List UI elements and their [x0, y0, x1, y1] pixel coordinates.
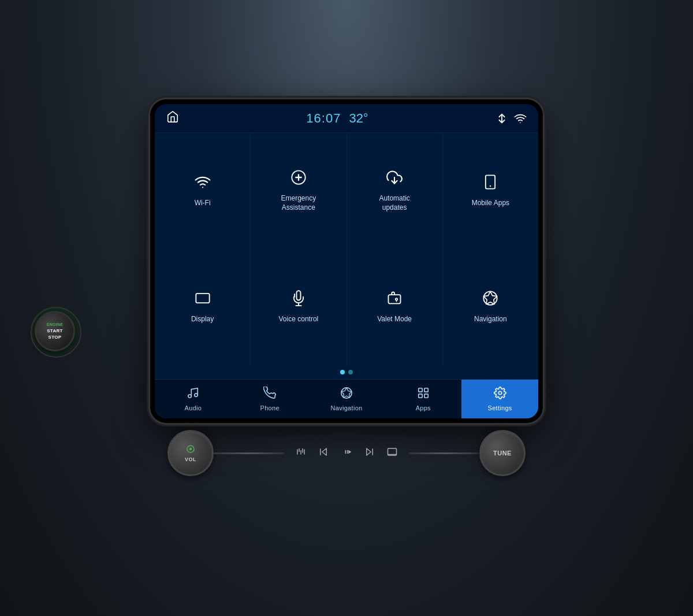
wifi-icon — [195, 174, 211, 193]
nav-navigation-label: Navigation — [331, 405, 363, 411]
nav-phone[interactable]: Phone — [232, 380, 308, 418]
valet-icon — [386, 290, 403, 309]
updates-cell[interactable]: Automaticupdates — [347, 133, 442, 249]
header-center: 16:07 32° — [306, 111, 368, 126]
svg-rect-7 — [196, 294, 209, 303]
mobile-apps-icon — [482, 174, 498, 193]
wifi-label: Wi-Fi — [195, 199, 211, 208]
navigation-label: Navigation — [474, 315, 507, 324]
nav-settings[interactable]: Settings — [461, 380, 538, 418]
audio-label: Audio — [185, 405, 202, 411]
screen-toggle-button[interactable] — [387, 447, 397, 460]
svg-marker-36 — [367, 448, 371, 455]
phone-label: Phone — [260, 405, 280, 411]
valet-cell[interactable]: Valet Mode — [347, 249, 442, 365]
wifi-status-icon — [514, 112, 527, 125]
phone-icon — [263, 387, 276, 401]
svg-marker-31 — [322, 448, 327, 455]
grid-row-2: Display Voice — [155, 249, 538, 365]
home-button[interactable] — [166, 110, 179, 127]
display-cell[interactable]: Display — [155, 249, 250, 365]
screen-header: 16:07 32° — [155, 104, 538, 133]
svg-rect-20 — [424, 388, 428, 392]
play-pause-button[interactable] — [341, 446, 352, 461]
settings-icon — [494, 387, 506, 401]
forward-button[interactable] — [364, 447, 375, 460]
nav-audio[interactable]: Audio — [155, 380, 232, 418]
pagination-dot-2 — [348, 370, 353, 374]
rewind-button[interactable] — [318, 447, 329, 460]
valet-label: Valet Mode — [377, 315, 412, 324]
svg-rect-22 — [424, 394, 428, 398]
updates-label: Automaticupdates — [379, 194, 409, 212]
media-controls — [284, 446, 409, 461]
grid-row-1: Wi-Fi EmergencyAssistance — [155, 133, 538, 249]
engine-start-stop-button[interactable]: ENGINE START STOP — [35, 311, 75, 351]
apps-label: Apps — [416, 405, 431, 411]
volume-knob[interactable]: VOL — [167, 430, 214, 476]
infotainment-screen: 16:07 32° — [150, 99, 543, 423]
voice-icon — [290, 290, 307, 309]
svg-rect-11 — [389, 295, 401, 303]
engine-label-3: STOP — [49, 334, 62, 340]
main-grid: Wi-Fi EmergencyAssistance — [155, 133, 538, 418]
screen-display: 16:07 32° — [155, 104, 538, 418]
svg-point-15 — [188, 395, 192, 398]
svg-rect-21 — [419, 394, 422, 398]
bottom-navigation: Audio Phone — [155, 379, 538, 418]
apps-icon — [417, 387, 430, 401]
tune-label: TUNE — [493, 450, 512, 457]
nav-navigation[interactable]: Navigation — [308, 380, 385, 418]
audio-icon — [187, 387, 199, 401]
svg-point-25 — [189, 448, 192, 451]
control-line-left — [214, 452, 284, 454]
temperature-display: 32° — [349, 111, 368, 126]
pagination-dot-1 — [340, 370, 345, 374]
voice-label: Voice control — [279, 315, 319, 324]
mobile-apps-label: Mobile Apps — [472, 199, 509, 208]
updates-icon — [386, 169, 403, 188]
svg-marker-35 — [348, 450, 351, 454]
pagination-dots — [155, 365, 538, 379]
emergency-icon — [290, 169, 307, 188]
vol-label: VOL — [185, 457, 196, 462]
emergency-label: EmergencyAssistance — [281, 194, 316, 212]
svg-point-23 — [498, 391, 502, 395]
mobile-apps-cell[interactable]: Mobile Apps — [443, 133, 538, 249]
svg-rect-19 — [419, 388, 422, 392]
navigation-cell[interactable]: Navigation — [443, 249, 538, 365]
nav-navigation-icon — [340, 387, 353, 401]
display-icon — [195, 290, 211, 309]
display-label: Display — [191, 315, 214, 324]
physical-controls: VOL — [150, 430, 543, 476]
clock-display: 16:07 — [306, 111, 341, 126]
signal-icon — [495, 112, 508, 125]
eq-button[interactable] — [296, 447, 306, 460]
engine-label-2: START — [47, 328, 63, 334]
nav-apps[interactable]: Apps — [385, 380, 461, 418]
settings-label: Settings — [488, 405, 512, 411]
header-status-icons — [495, 112, 527, 125]
wifi-cell[interactable]: Wi-Fi — [155, 133, 250, 249]
emergency-cell[interactable]: EmergencyAssistance — [251, 133, 346, 249]
control-line-right — [409, 452, 479, 454]
navigation-icon — [482, 290, 498, 309]
engine-label-1: ENGINE — [47, 322, 64, 328]
voice-cell[interactable]: Voice control — [251, 249, 346, 365]
tune-knob[interactable]: TUNE — [479, 430, 526, 476]
